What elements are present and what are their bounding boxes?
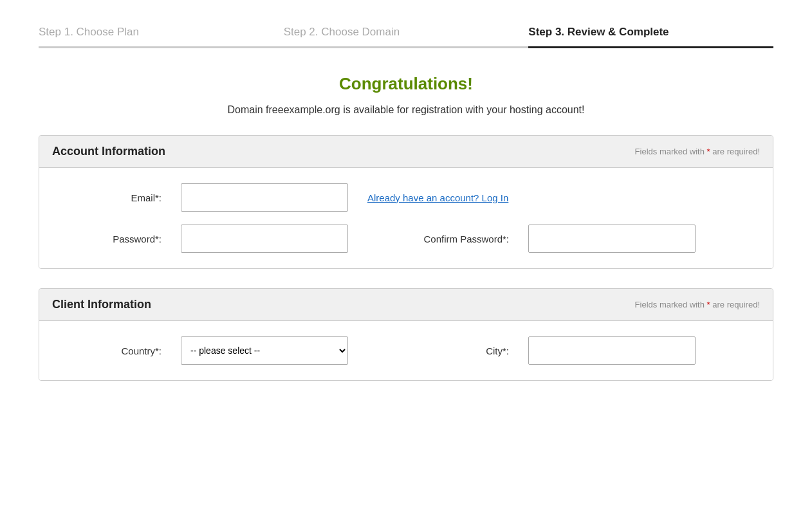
step1-label: Step 1. Choose Plan bbox=[39, 26, 139, 38]
step3-label: Step 3. Review & Complete bbox=[528, 26, 669, 38]
login-link[interactable]: Already have an account? Log In bbox=[367, 192, 508, 203]
email-input[interactable] bbox=[181, 183, 348, 212]
city-input[interactable] bbox=[528, 336, 696, 365]
account-card: Account Information Fields marked with *… bbox=[39, 135, 773, 269]
city-group: City*: bbox=[387, 336, 696, 365]
account-required-star: * bbox=[707, 147, 710, 156]
client-card-title: Client Information bbox=[52, 298, 151, 311]
steps-nav: Step 1. Choose Plan Step 2. Choose Domai… bbox=[39, 26, 773, 48]
step1-item[interactable]: Step 1. Choose Plan bbox=[39, 26, 284, 48]
city-label: City*: bbox=[387, 345, 515, 356]
account-card-body: Email*: Already have an account? Log In … bbox=[39, 168, 773, 268]
account-required-note: Fields marked with * are required! bbox=[635, 147, 760, 156]
country-city-row: Country*: -- please select -- City*: bbox=[52, 336, 760, 365]
confirm-password-input[interactable] bbox=[528, 225, 696, 253]
account-card-title: Account Information bbox=[52, 145, 165, 158]
confirm-password-label: Confirm Password*: bbox=[387, 234, 515, 244]
step2-label: Step 2. Choose Domain bbox=[284, 26, 400, 38]
country-label: Country*: bbox=[52, 345, 168, 356]
password-row: Password*: Confirm Password*: bbox=[52, 225, 760, 253]
congrats-subtitle: Domain freeexample.org is available for … bbox=[39, 104, 773, 116]
client-required-note: Fields marked with * are required! bbox=[635, 300, 760, 309]
step2-item[interactable]: Step 2. Choose Domain bbox=[284, 26, 529, 48]
email-row: Email*: Already have an account? Log In bbox=[52, 183, 760, 212]
password-label: Password*: bbox=[52, 234, 168, 244]
client-required-star: * bbox=[707, 300, 710, 309]
congrats-title: Congratulations! bbox=[39, 74, 773, 94]
client-card-body: Country*: -- please select -- City*: bbox=[39, 321, 773, 380]
country-select[interactable]: -- please select -- bbox=[181, 336, 348, 365]
confirm-password-group: Confirm Password*: bbox=[387, 225, 696, 253]
account-card-header: Account Information Fields marked with *… bbox=[39, 136, 773, 168]
step3-item[interactable]: Step 3. Review & Complete bbox=[528, 26, 773, 48]
password-input[interactable] bbox=[181, 225, 348, 253]
email-label: Email*: bbox=[52, 192, 168, 203]
client-card: Client Information Fields marked with * … bbox=[39, 288, 773, 381]
client-card-header: Client Information Fields marked with * … bbox=[39, 289, 773, 321]
page-wrapper: Step 1. Choose Plan Step 2. Choose Domai… bbox=[0, 0, 812, 426]
